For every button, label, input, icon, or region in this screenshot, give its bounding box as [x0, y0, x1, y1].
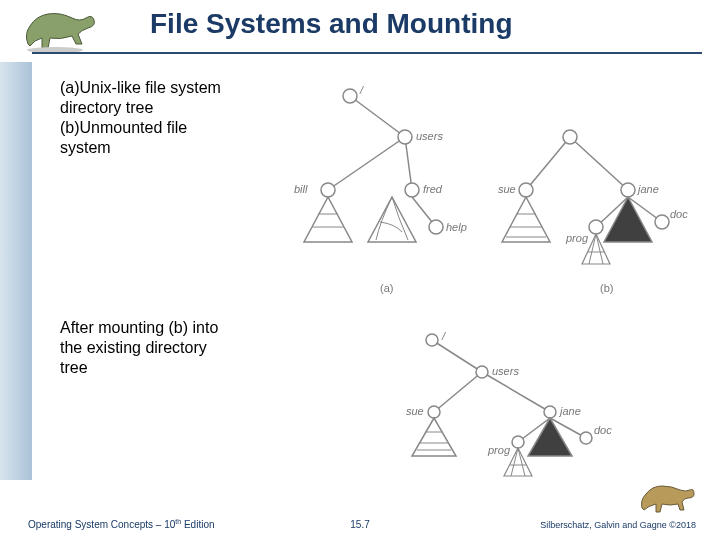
- svg-line-2: [328, 137, 405, 190]
- sidebar-accent: [0, 62, 32, 480]
- svg-line-15: [434, 372, 482, 412]
- node-root: [343, 89, 357, 103]
- header: File Systems and Mounting: [0, 0, 720, 62]
- page-title: File Systems and Mounting: [150, 8, 512, 40]
- node2-jane: [544, 406, 556, 418]
- tree-a: / users bill fred help (a: [294, 84, 467, 294]
- label-help: help: [446, 221, 467, 233]
- node2-sue: [428, 406, 440, 418]
- label-jane: jane: [636, 183, 659, 195]
- paragraph-2: After mounting (b) into the existing dir…: [60, 318, 230, 378]
- node-doc: [655, 215, 669, 229]
- node2-doc: [580, 432, 592, 444]
- node-sue: [519, 183, 533, 197]
- node-prog: [589, 220, 603, 234]
- svg-line-16: [482, 372, 550, 412]
- item-b-text: Unmounted file system: [60, 119, 187, 156]
- label-bill: bill: [294, 183, 308, 195]
- label-fred: fred: [423, 183, 443, 195]
- paragraph-1: (a)Unix-like file system directory tree …: [60, 78, 230, 158]
- label-sue: sue: [498, 183, 516, 195]
- label-root: /: [359, 84, 364, 96]
- node-jane: [621, 183, 635, 197]
- tree-b: sue jane prog doc (b): [498, 130, 688, 294]
- label2-users: users: [492, 365, 519, 377]
- dinosaur-logo-icon: [20, 4, 110, 58]
- label2-sue: sue: [406, 405, 424, 417]
- footer-right: Silberschatz, Galvin and Gagne ©2018: [540, 520, 696, 530]
- node-fred: [405, 183, 419, 197]
- node2-root: [426, 334, 438, 346]
- label-doc: doc: [670, 208, 688, 220]
- label2-doc: doc: [594, 424, 612, 436]
- node-help: [429, 220, 443, 234]
- node-bill: [321, 183, 335, 197]
- figure-2: / users sue jane prog doc: [390, 330, 650, 504]
- label-prog: prog: [565, 232, 589, 244]
- svg-line-1: [350, 96, 405, 137]
- caption-b: (b): [600, 282, 613, 294]
- svg-line-14: [432, 340, 482, 372]
- label2-prog: prog: [487, 444, 511, 456]
- title-rule: [32, 52, 702, 54]
- label-users: users: [416, 130, 443, 142]
- label2-root: /: [441, 330, 446, 342]
- node-users: [398, 130, 412, 144]
- svg-line-3: [405, 137, 412, 190]
- slide: File Systems and Mounting (a)Unix-like f…: [0, 0, 720, 540]
- footer: Operating System Concepts – 10th Edition…: [0, 512, 720, 540]
- item-a-label: (a): [60, 79, 80, 96]
- svg-line-8: [570, 137, 628, 190]
- node2-users: [476, 366, 488, 378]
- label2-jane: jane: [558, 405, 581, 417]
- item-b-label: (b): [60, 119, 80, 136]
- item-a-text: Unix-like file system directory tree: [60, 79, 221, 116]
- node2-prog: [512, 436, 524, 448]
- node-b-root: [563, 130, 577, 144]
- caption-a: (a): [380, 282, 393, 294]
- figure-1: / users bill fred help (a: [280, 82, 700, 306]
- svg-line-7: [526, 137, 570, 190]
